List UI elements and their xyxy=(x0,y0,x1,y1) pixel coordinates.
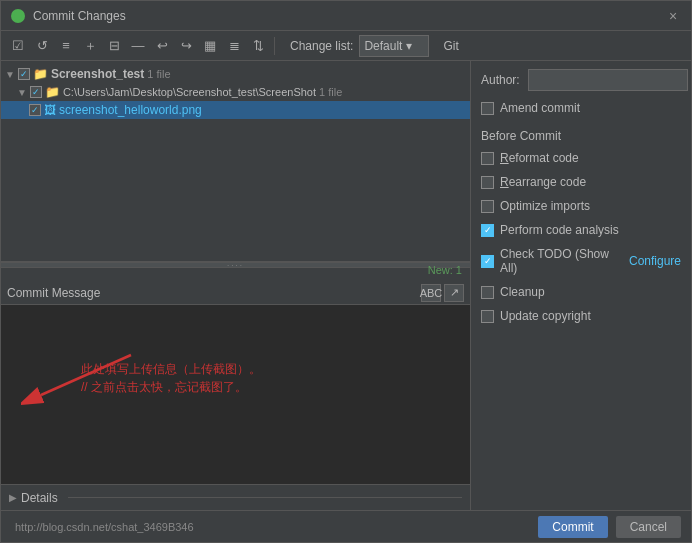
commit-message-section: Commit Message ABC ↗ xyxy=(1,281,470,484)
reformat-label: Reformat code xyxy=(500,151,579,165)
window-icon xyxy=(11,9,25,23)
toolbar-check-btn[interactable]: ☑ xyxy=(7,35,29,57)
amend-label: Amend commit xyxy=(500,101,580,115)
close-button[interactable]: × xyxy=(665,8,681,24)
toolbar-list-btn[interactable]: ≡ xyxy=(55,35,77,57)
toolbar-add-btn[interactable]: ＋ xyxy=(79,35,101,57)
svg-point-0 xyxy=(14,12,22,20)
reformat-checkbox[interactable] xyxy=(481,152,494,165)
window-title: Commit Changes xyxy=(33,9,126,23)
changelist-section: Change list: Default ▾ Git xyxy=(290,35,459,57)
details-label: Details xyxy=(21,491,58,505)
checkbox-2[interactable] xyxy=(30,86,42,98)
commit-button[interactable]: Commit xyxy=(538,516,607,538)
commit-textarea-container: 此处填写上传信息（上传截图）。 // 之前点击太快，忘记截图了。 xyxy=(1,305,470,484)
todo-checkbox[interactable] xyxy=(481,255,494,268)
amend-row: Amend commit xyxy=(481,101,681,115)
option-rearrange: Rearrange code xyxy=(481,173,681,191)
tree-row-2[interactable]: ▼ 📁 C:\Users\Jam\Desktop\Screenshot_test… xyxy=(1,83,470,101)
option-todo: Check TODO (Show All) Configure xyxy=(481,245,681,277)
main-content: ▼ 📁 Screenshot_test 1 file ▼ 📁 C:\Users\… xyxy=(1,61,691,510)
tree-suffix-2: 1 file xyxy=(319,86,342,98)
checkbox-1[interactable] xyxy=(18,68,30,80)
changelist-dropdown[interactable]: Default ▾ xyxy=(359,35,429,57)
configure-link[interactable]: Configure xyxy=(629,254,681,268)
details-divider xyxy=(68,497,462,498)
changelist-value: Default xyxy=(364,39,402,53)
folder-icon-1: 📁 xyxy=(33,67,48,81)
right-panel: Author: Amend commit Before Commit Refor… xyxy=(471,61,691,510)
author-label: Author: xyxy=(481,73,520,87)
author-input[interactable] xyxy=(528,69,688,91)
copyright-label: Update copyright xyxy=(500,309,591,323)
option-cleanup: Cleanup xyxy=(481,283,681,301)
rearrange-label: Rearrange code xyxy=(500,175,586,189)
tree-row-1[interactable]: ▼ 📁 Screenshot_test 1 file xyxy=(1,65,470,83)
toolbar-grid-btn[interactable]: ▦ xyxy=(199,35,221,57)
commit-message-label: Commit Message xyxy=(7,286,100,300)
tree-label-2: C:\Users\Jam\Desktop\Screenshot_test\Scr… xyxy=(63,86,316,98)
toolbar-refresh-btn[interactable]: ↺ xyxy=(31,35,53,57)
toolbar: ☑ ↺ ≡ ＋ ⊟ — ↩ ↪ ▦ ≣ ⇅ Change list: Defau… xyxy=(1,31,691,61)
tree-label-3: screenshot_helloworld.png xyxy=(59,103,202,117)
tree-label-1: Screenshot_test xyxy=(51,67,144,81)
toolbar-dash-btn[interactable]: — xyxy=(127,35,149,57)
toolbar-sep xyxy=(274,37,275,55)
checkbox-3[interactable] xyxy=(29,104,41,116)
toolbar-sort2-btn[interactable]: ⇅ xyxy=(247,35,269,57)
copyright-checkbox[interactable] xyxy=(481,310,494,323)
commit-message-actions: ABC ↗ xyxy=(421,284,464,302)
annotation-line2: // 之前点击太快，忘记截图了。 xyxy=(81,380,247,394)
todo-label: Check TODO (Show All) xyxy=(500,247,621,275)
commit-message-header: Commit Message ABC ↗ xyxy=(1,281,470,305)
folder-icon-2: 📁 xyxy=(45,85,60,99)
divider-dots-1: ···· xyxy=(227,261,244,270)
optimize-label: Optimize imports xyxy=(500,199,590,213)
annotation-text: 此处填写上传信息（上传截图）。 // 之前点击太快，忘记截图了。 xyxy=(81,360,261,396)
analyze-label: Perform code analysis xyxy=(500,223,619,237)
before-commit-title: Before Commit xyxy=(481,129,681,143)
cleanup-checkbox[interactable] xyxy=(481,286,494,299)
optimize-checkbox[interactable] xyxy=(481,200,494,213)
toolbar-sort-btn[interactable]: ≣ xyxy=(223,35,245,57)
cancel-button[interactable]: Cancel xyxy=(616,516,681,538)
git-label: Git xyxy=(443,39,458,53)
option-optimize: Optimize imports xyxy=(481,197,681,215)
option-reformat: Reformat code xyxy=(481,149,681,167)
title-bar-left: Commit Changes xyxy=(11,9,126,23)
commit-msg-spell-btn[interactable]: ABC xyxy=(421,284,441,302)
author-row: Author: xyxy=(481,69,681,91)
commit-msg-action-btn[interactable]: ↗ xyxy=(444,284,464,302)
changelist-label: Change list: xyxy=(290,39,353,53)
toolbar-redo-btn[interactable]: ↪ xyxy=(175,35,197,57)
divider-bar-1[interactable]: ···· xyxy=(1,262,470,268)
tree-row-3[interactable]: 🖼 screenshot_helloworld.png xyxy=(1,101,470,119)
toolbar-remove-btn[interactable]: ⊟ xyxy=(103,35,125,57)
rearrange-checkbox[interactable] xyxy=(481,176,494,189)
toolbar-undo-btn[interactable]: ↩ xyxy=(151,35,173,57)
changelist-arrow-icon: ▾ xyxy=(406,39,412,53)
amend-checkbox[interactable] xyxy=(481,102,494,115)
before-commit-label: Before Commit xyxy=(481,129,561,143)
url-display: http://blog.csdn.net/cshat_3469B346 xyxy=(11,521,530,533)
file-icon-3: 🖼 xyxy=(44,103,56,117)
cleanup-label: Cleanup xyxy=(500,285,545,299)
commit-changes-window: Commit Changes × ☑ ↺ ≡ ＋ ⊟ — ↩ ↪ ▦ ≣ ⇅ C… xyxy=(0,0,692,543)
new-badge: New: 1 xyxy=(428,264,462,276)
annotation-line1: 此处填写上传信息（上传截图）。 xyxy=(81,362,261,376)
file-tree: ▼ 📁 Screenshot_test 1 file ▼ 📁 C:\Users\… xyxy=(1,61,470,261)
title-bar: Commit Changes × xyxy=(1,1,691,31)
tree-suffix-1: 1 file xyxy=(147,68,170,80)
expand-icon-1: ▼ xyxy=(5,69,15,80)
option-analyze: Perform code analysis xyxy=(481,221,681,239)
details-arrow-icon: ▶ xyxy=(9,492,17,503)
details-section[interactable]: ▶ Details xyxy=(1,484,470,510)
option-copyright: Update copyright xyxy=(481,307,681,325)
analyze-checkbox[interactable] xyxy=(481,224,494,237)
expand-icon-2: ▼ xyxy=(17,87,27,98)
left-panel: ▼ 📁 Screenshot_test 1 file ▼ 📁 C:\Users\… xyxy=(1,61,471,510)
bottom-bar: http://blog.csdn.net/cshat_3469B346 Comm… xyxy=(1,510,691,542)
new-badge-row: ···· New: 1 xyxy=(1,261,470,281)
